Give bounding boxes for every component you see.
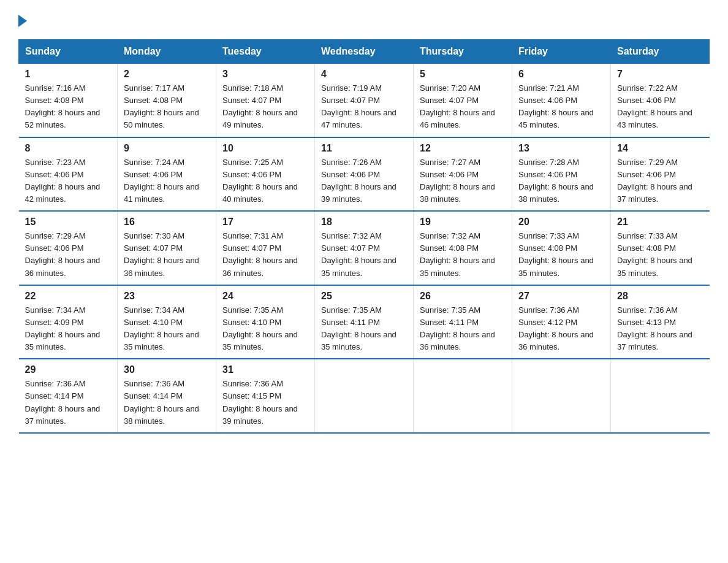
day-info: Sunrise: 7:25 AMSunset: 4:06 PMDaylight:… xyxy=(222,156,308,206)
day-number: 12 xyxy=(420,143,506,154)
day-info: Sunrise: 7:32 AMSunset: 4:07 PMDaylight:… xyxy=(321,230,407,280)
day-number: 9 xyxy=(124,143,210,154)
page-header xyxy=(18,12,710,27)
calendar-cell: 15Sunrise: 7:29 AMSunset: 4:06 PMDayligh… xyxy=(19,211,118,285)
day-info: Sunrise: 7:33 AMSunset: 4:08 PMDaylight:… xyxy=(617,230,703,280)
day-info: Sunrise: 7:22 AMSunset: 4:06 PMDaylight:… xyxy=(617,82,703,132)
day-info: Sunrise: 7:35 AMSunset: 4:10 PMDaylight:… xyxy=(222,304,308,354)
day-number: 27 xyxy=(518,291,604,302)
day-number: 6 xyxy=(518,69,604,80)
calendar-cell: 18Sunrise: 7:32 AMSunset: 4:07 PMDayligh… xyxy=(315,211,414,285)
day-info: Sunrise: 7:32 AMSunset: 4:08 PMDaylight:… xyxy=(420,230,506,280)
day-info: Sunrise: 7:26 AMSunset: 4:06 PMDaylight:… xyxy=(321,156,407,206)
calendar-cell: 17Sunrise: 7:31 AMSunset: 4:07 PMDayligh… xyxy=(216,211,315,285)
day-info: Sunrise: 7:36 AMSunset: 4:14 PMDaylight:… xyxy=(25,378,112,427)
day-number: 4 xyxy=(321,69,407,80)
calendar-cell: 27Sunrise: 7:36 AMSunset: 4:12 PMDayligh… xyxy=(512,285,611,359)
calendar-cell: 21Sunrise: 7:33 AMSunset: 4:08 PMDayligh… xyxy=(611,211,710,285)
col-header-wednesday: Wednesday xyxy=(315,40,414,64)
day-number: 21 xyxy=(617,216,703,228)
day-number: 14 xyxy=(617,143,703,154)
calendar-cell: 5Sunrise: 7:20 AMSunset: 4:07 PMDaylight… xyxy=(414,64,512,137)
day-info: Sunrise: 7:28 AMSunset: 4:06 PMDaylight:… xyxy=(518,156,604,206)
day-info: Sunrise: 7:34 AMSunset: 4:10 PMDaylight:… xyxy=(124,304,210,354)
day-info: Sunrise: 7:36 AMSunset: 4:13 PMDaylight:… xyxy=(617,304,703,354)
day-number: 11 xyxy=(321,143,407,154)
day-number: 23 xyxy=(124,291,210,302)
day-info: Sunrise: 7:16 AMSunset: 4:08 PMDaylight:… xyxy=(25,82,112,132)
calendar-cell: 2Sunrise: 7:17 AMSunset: 4:08 PMDaylight… xyxy=(118,64,216,137)
calendar-week-row: 29Sunrise: 7:36 AMSunset: 4:14 PMDayligh… xyxy=(19,359,710,433)
calendar-cell: 4Sunrise: 7:19 AMSunset: 4:07 PMDaylight… xyxy=(315,64,414,137)
day-number: 19 xyxy=(420,216,506,228)
calendar-cell xyxy=(611,359,710,433)
day-number: 28 xyxy=(617,291,703,302)
day-info: Sunrise: 7:24 AMSunset: 4:06 PMDaylight:… xyxy=(124,156,210,206)
day-info: Sunrise: 7:29 AMSunset: 4:06 PMDaylight:… xyxy=(25,230,112,280)
day-number: 18 xyxy=(321,216,407,228)
day-number: 8 xyxy=(25,143,112,154)
calendar-cell: 25Sunrise: 7:35 AMSunset: 4:11 PMDayligh… xyxy=(315,285,414,359)
calendar-cell: 26Sunrise: 7:35 AMSunset: 4:11 PMDayligh… xyxy=(414,285,512,359)
day-number: 10 xyxy=(222,143,308,154)
calendar-cell: 30Sunrise: 7:36 AMSunset: 4:14 PMDayligh… xyxy=(118,359,216,433)
calendar-cell: 8Sunrise: 7:23 AMSunset: 4:06 PMDaylight… xyxy=(19,137,118,212)
calendar-cell: 22Sunrise: 7:34 AMSunset: 4:09 PMDayligh… xyxy=(19,285,118,359)
calendar-cell xyxy=(315,359,414,433)
col-header-monday: Monday xyxy=(118,40,216,64)
day-info: Sunrise: 7:35 AMSunset: 4:11 PMDaylight:… xyxy=(420,304,506,354)
day-info: Sunrise: 7:27 AMSunset: 4:06 PMDaylight:… xyxy=(420,156,506,206)
day-number: 25 xyxy=(321,291,407,302)
day-number: 17 xyxy=(222,216,308,228)
calendar-week-row: 1Sunrise: 7:16 AMSunset: 4:08 PMDaylight… xyxy=(19,64,710,137)
col-header-friday: Friday xyxy=(512,40,611,64)
day-info: Sunrise: 7:30 AMSunset: 4:07 PMDaylight:… xyxy=(124,230,210,280)
calendar-cell: 24Sunrise: 7:35 AMSunset: 4:10 PMDayligh… xyxy=(216,285,315,359)
calendar-cell: 23Sunrise: 7:34 AMSunset: 4:10 PMDayligh… xyxy=(118,285,216,359)
day-info: Sunrise: 7:19 AMSunset: 4:07 PMDaylight:… xyxy=(321,82,407,132)
calendar-cell: 13Sunrise: 7:28 AMSunset: 4:06 PMDayligh… xyxy=(512,137,611,212)
calendar-cell: 19Sunrise: 7:32 AMSunset: 4:08 PMDayligh… xyxy=(414,211,512,285)
day-number: 24 xyxy=(222,291,308,302)
calendar-cell xyxy=(414,359,512,433)
calendar-cell: 9Sunrise: 7:24 AMSunset: 4:06 PMDaylight… xyxy=(118,137,216,212)
calendar-cell: 28Sunrise: 7:36 AMSunset: 4:13 PMDayligh… xyxy=(611,285,710,359)
calendar-cell: 11Sunrise: 7:26 AMSunset: 4:06 PMDayligh… xyxy=(315,137,414,212)
day-info: Sunrise: 7:31 AMSunset: 4:07 PMDaylight:… xyxy=(222,230,308,280)
calendar-cell: 14Sunrise: 7:29 AMSunset: 4:06 PMDayligh… xyxy=(611,137,710,212)
day-number: 22 xyxy=(25,291,112,302)
col-header-sunday: Sunday xyxy=(19,40,118,64)
col-header-tuesday: Tuesday xyxy=(216,40,315,64)
day-number: 7 xyxy=(617,69,703,80)
calendar-cell: 1Sunrise: 7:16 AMSunset: 4:08 PMDaylight… xyxy=(19,64,118,137)
day-number: 30 xyxy=(124,364,210,375)
calendar-cell: 6Sunrise: 7:21 AMSunset: 4:06 PMDaylight… xyxy=(512,64,611,137)
calendar-cell: 10Sunrise: 7:25 AMSunset: 4:06 PMDayligh… xyxy=(216,137,315,212)
day-number: 20 xyxy=(518,216,604,228)
day-info: Sunrise: 7:33 AMSunset: 4:08 PMDaylight:… xyxy=(518,230,604,280)
calendar-header-row: SundayMondayTuesdayWednesdayThursdayFrid… xyxy=(19,40,710,64)
calendar-cell: 7Sunrise: 7:22 AMSunset: 4:06 PMDaylight… xyxy=(611,64,710,137)
logo-arrow-icon xyxy=(18,15,27,27)
day-info: Sunrise: 7:29 AMSunset: 4:06 PMDaylight:… xyxy=(617,156,703,206)
col-header-thursday: Thursday xyxy=(414,40,512,64)
day-info: Sunrise: 7:18 AMSunset: 4:07 PMDaylight:… xyxy=(222,82,308,132)
day-number: 26 xyxy=(420,291,506,302)
day-info: Sunrise: 7:35 AMSunset: 4:11 PMDaylight:… xyxy=(321,304,407,354)
day-info: Sunrise: 7:23 AMSunset: 4:06 PMDaylight:… xyxy=(25,156,112,206)
day-number: 29 xyxy=(25,364,112,375)
day-number: 1 xyxy=(25,69,112,80)
day-info: Sunrise: 7:34 AMSunset: 4:09 PMDaylight:… xyxy=(25,304,112,354)
day-number: 31 xyxy=(222,364,308,375)
calendar-cell: 20Sunrise: 7:33 AMSunset: 4:08 PMDayligh… xyxy=(512,211,611,285)
calendar-table: SundayMondayTuesdayWednesdayThursdayFrid… xyxy=(18,39,710,434)
day-info: Sunrise: 7:36 AMSunset: 4:14 PMDaylight:… xyxy=(124,378,210,427)
calendar-week-row: 15Sunrise: 7:29 AMSunset: 4:06 PMDayligh… xyxy=(19,211,710,285)
day-number: 3 xyxy=(222,69,308,80)
day-info: Sunrise: 7:20 AMSunset: 4:07 PMDaylight:… xyxy=(420,82,506,132)
day-info: Sunrise: 7:17 AMSunset: 4:08 PMDaylight:… xyxy=(124,82,210,132)
day-number: 16 xyxy=(124,216,210,228)
calendar-cell: 12Sunrise: 7:27 AMSunset: 4:06 PMDayligh… xyxy=(414,137,512,212)
calendar-cell xyxy=(512,359,611,433)
calendar-cell: 16Sunrise: 7:30 AMSunset: 4:07 PMDayligh… xyxy=(118,211,216,285)
